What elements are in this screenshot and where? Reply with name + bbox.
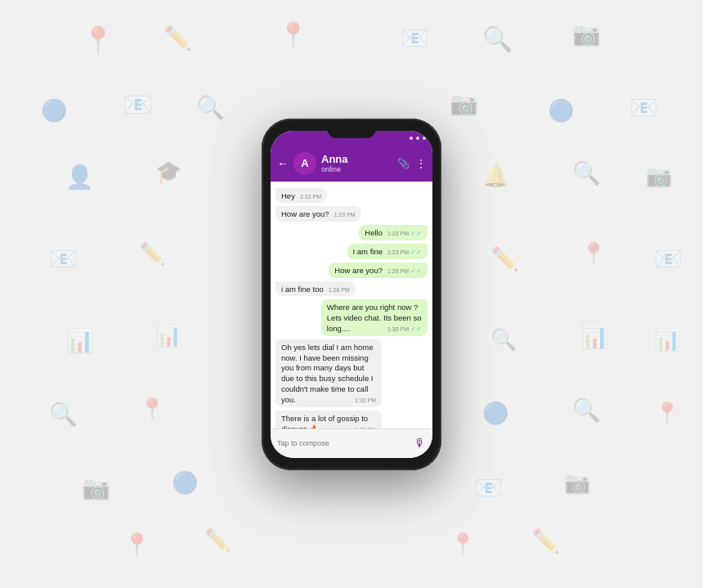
bg-icon-11: 🔵 <box>548 98 574 123</box>
bg-icon-31: 🔍 <box>572 397 601 424</box>
bg-icon-14: 🎓 <box>155 159 181 185</box>
message-meta: 1:23 PM <box>334 211 356 218</box>
bg-icon-7: 🔵 <box>41 98 67 123</box>
message-meta: 1:23 PM ✓✓ <box>387 249 422 258</box>
message-row: There is a lot of gossip to discuss 🔥 1:… <box>275 411 428 429</box>
chat-bubble: Oh yes lets dial I am home now. I have b… <box>275 339 382 407</box>
bg-icon-28: 🔍 <box>49 401 78 428</box>
chat-bubble: i am fine too 1:28 PM <box>275 281 356 297</box>
message-row: How are you? 1:28 PM ✓✓ <box>275 263 428 278</box>
chat-input-bar: 🎙 <box>271 429 432 458</box>
back-button[interactable]: ← <box>277 157 289 170</box>
bg-icon-5: 🔍 <box>482 25 513 53</box>
message-text: Hey <box>281 191 295 200</box>
bg-icon-30: 🔵 <box>482 401 508 426</box>
bg-icon-23: 📊 <box>65 327 94 354</box>
phone-notch <box>327 127 376 138</box>
bg-icon-27: 📊 <box>654 327 680 352</box>
bg-icon-32: 📍 <box>654 401 680 426</box>
message-meta: 1:23 PM ✓✓ <box>387 230 422 239</box>
bg-icon-40: ✏️ <box>531 527 560 554</box>
chat-header: ← A Anna online 📎 ⋮ <box>271 146 432 182</box>
message-row: Oh yes lets dial I am home now. I have b… <box>275 339 428 407</box>
contact-name: Anna <box>321 153 392 166</box>
mic-icon[interactable]: 🎙 <box>414 437 426 450</box>
chat-bubble: Hello 1:23 PM ✓✓ <box>359 225 428 240</box>
bg-icon-20: ✏️ <box>490 245 519 272</box>
bg-icon-1: 📍 <box>82 25 114 56</box>
bg-icon-4: 📧 <box>401 25 429 52</box>
bg-icon-2: ✏️ <box>163 25 192 52</box>
message-meta: 1:28 PM <box>329 286 350 294</box>
message-meta: 1:28 PM ✓✓ <box>387 267 422 276</box>
message-meta: 1:32 PM <box>355 397 376 404</box>
chat-bubble: How are you? 1:23 PM <box>275 206 361 222</box>
bg-icon-33: 📷 <box>82 474 110 501</box>
message-meta: 1:32 PM <box>355 426 376 429</box>
avatar-letter: A <box>301 157 308 169</box>
read-ticks: ✓✓ <box>410 249 422 256</box>
chat-bubble: Hey 1:22 PM <box>275 188 327 204</box>
chat-bubble: Where are you right now ? Lets video cha… <box>321 299 428 335</box>
message-meta: 1:30 PM ✓✓ <box>387 325 422 334</box>
bg-icon-37: 📍 <box>123 532 151 559</box>
contact-avatar: A <box>293 152 316 175</box>
bg-icon-9: 🔍 <box>196 94 225 121</box>
message-row: Hello 1:23 PM ✓✓ <box>275 225 428 240</box>
read-ticks: ✓✓ <box>410 325 422 333</box>
bg-icon-15: 🔔 <box>482 164 508 189</box>
bg-icon-26: 📊 <box>580 323 609 350</box>
message-row: How are you? 1:23 PM <box>275 206 428 222</box>
phone-device: ← A Anna online 📎 ⋮ Hey 1:22 PM <box>262 119 441 470</box>
message-text: i am fine too <box>281 285 324 294</box>
bg-icon-22: 📧 <box>654 245 683 272</box>
bg-icon-8: 📧 <box>123 90 153 119</box>
message-text: How are you? <box>334 266 383 275</box>
signal-dot-1 <box>410 137 413 140</box>
bg-icon-39: 📍 <box>450 532 476 557</box>
chat-bubble: How are you? 1:28 PM ✓✓ <box>329 263 428 278</box>
bg-icon-35: 📧 <box>474 474 503 501</box>
message-row: Hey 1:22 PM <box>275 188 428 204</box>
contact-status: online <box>321 165 392 173</box>
message-row: I am fine 1:23 PM ✓✓ <box>275 244 428 259</box>
bg-icon-25: 🔍 <box>490 327 517 352</box>
phone-screen: ← A Anna online 📎 ⋮ Hey 1:22 PM <box>271 131 432 458</box>
read-ticks: ✓✓ <box>410 267 422 275</box>
bg-icon-10: 📷 <box>450 90 478 117</box>
message-text: How are you? <box>281 209 329 218</box>
signal-dot-2 <box>416 137 419 140</box>
bg-icon-29: 📍 <box>139 397 165 422</box>
message-row: Where are you right now ? Lets video cha… <box>275 299 428 335</box>
bg-icon-34: 🔵 <box>172 470 198 496</box>
bg-icon-19: ✏️ <box>139 241 165 267</box>
contact-info: Anna online <box>321 153 392 174</box>
bg-icon-3: 📍 <box>278 20 308 49</box>
message-text: I am fine <box>353 247 383 256</box>
chat-bubble: I am fine 1:23 PM ✓✓ <box>347 244 428 259</box>
header-action-icons: 📎 ⋮ <box>397 158 426 169</box>
signal-dot-3 <box>423 137 426 140</box>
message-row: i am fine too 1:28 PM <box>275 281 428 297</box>
bg-icon-17: 📷 <box>646 164 672 189</box>
bg-icon-36: 📷 <box>564 470 590 496</box>
bg-icon-12: 📧 <box>629 94 658 121</box>
bg-icon-13: 👤 <box>65 164 94 191</box>
attachment-icon[interactable]: 📎 <box>397 158 410 169</box>
bg-icon-24: 📊 <box>155 323 181 348</box>
bg-icon-18: 📧 <box>49 245 78 272</box>
message-meta: 1:22 PM <box>300 193 321 200</box>
bg-icon-38: ✏️ <box>204 527 231 553</box>
message-text: Hello <box>365 228 383 237</box>
bg-icon-21: 📍 <box>580 241 607 267</box>
bg-icon-16: 🔍 <box>572 159 601 186</box>
more-options-icon[interactable]: ⋮ <box>416 158 426 169</box>
chat-bubble: There is a lot of gossip to discuss 🔥 1:… <box>275 411 382 429</box>
message-input[interactable] <box>277 439 410 447</box>
read-ticks: ✓✓ <box>410 230 422 237</box>
message-text: Oh yes lets dial I am home now. I have b… <box>281 343 374 404</box>
bg-icon-6: 📷 <box>572 20 601 47</box>
chat-body: Hey 1:22 PM How are you? 1:23 PM Hello 1… <box>271 182 432 429</box>
